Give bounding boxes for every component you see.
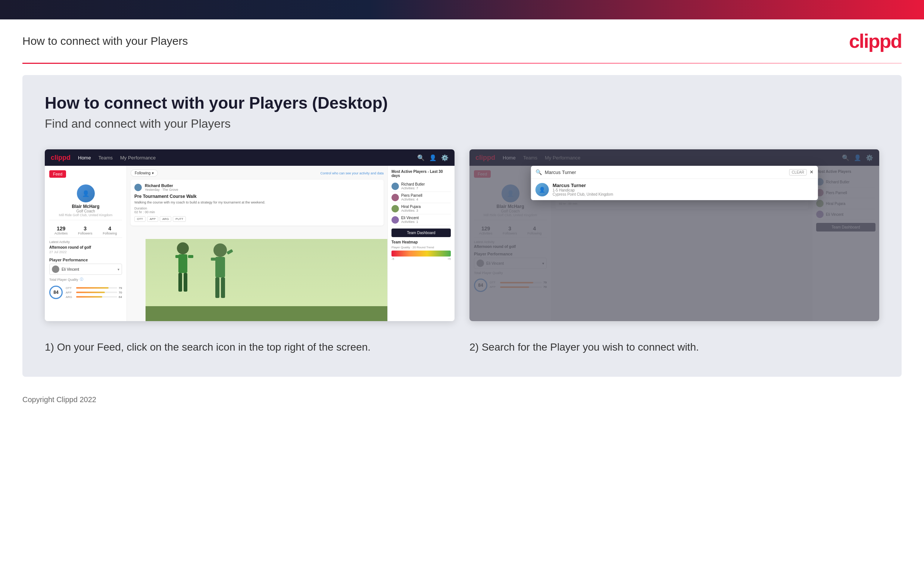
- search-input-text[interactable]: Marcus Turner: [545, 169, 786, 175]
- mock-nav-icons-1: 🔍 👤 ⚙️: [417, 154, 448, 161]
- svg-rect-5: [184, 273, 187, 292]
- player-item-2: Piers Parnell Activities: 4: [392, 192, 451, 203]
- total-quality-label: Total Player Quality ⓘ: [49, 277, 122, 282]
- bar-app: APP 70: [66, 291, 122, 294]
- screenshot-2: clippd Home Teams My Performance 🔍 👤 ⚙️ …: [469, 149, 879, 321]
- latest-activity-date: 27 Jul 2022: [49, 250, 122, 254]
- activity-title: Pre Tournament Course Walk: [134, 194, 380, 199]
- footer: Copyright Clippd 2022: [0, 388, 924, 411]
- player-info-4: Eli Vincent Activities: 1: [401, 216, 419, 224]
- latest-activity-label: Latest Activity: [49, 240, 122, 244]
- activity-tags: OTT APP ARG PUTT: [134, 216, 380, 222]
- svg-point-6: [214, 244, 227, 257]
- stat-followers: 3 Followers: [78, 226, 92, 235]
- heatmap-bar: [392, 250, 451, 257]
- control-link[interactable]: Control who can see your activity and da…: [320, 171, 384, 175]
- heatmap-labels: -5 +5: [392, 257, 451, 261]
- golfer-scene: [146, 239, 387, 321]
- player-avatar-1: [392, 183, 399, 190]
- header-divider: [23, 63, 901, 64]
- activity-header: Richard Butler Yesterday · The Grove: [134, 183, 380, 192]
- result-handicap: 1-5 Handicap: [553, 188, 613, 192]
- team-heatmap: Team Heatmap Player Quality · 20 Round T…: [392, 240, 451, 261]
- golfer-figures: [153, 241, 265, 308]
- profile-role: Golf Coach: [51, 209, 121, 213]
- result-avatar: 👤: [536, 183, 549, 196]
- player-item-1: Richard Butler Activities: 7: [392, 181, 451, 192]
- team-dashboard-button[interactable]: Team Dashboard: [392, 229, 451, 237]
- profile-club: Mill Ride Golf Club, United Kingdom: [51, 213, 121, 217]
- player-avatar-2: [392, 194, 399, 201]
- profile-icon[interactable]: 👤: [429, 154, 437, 161]
- tag-arg: ARG: [160, 216, 171, 222]
- svg-rect-10: [215, 278, 219, 298]
- copyright-text: Copyright Clippd 2022: [23, 395, 96, 404]
- player-item-3: Hiral Pujara Activities: 3: [392, 203, 451, 214]
- mock-nav-teams[interactable]: Teams: [99, 155, 113, 161]
- player-select-avatar: [52, 265, 59, 273]
- most-active-title: Most Active Players - Last 30 days: [392, 169, 451, 178]
- heatmap-max: +5: [447, 257, 451, 261]
- caption-2: 2) Search for the Player you wish to con…: [469, 340, 879, 354]
- main-subheading: Find and connect with your Players: [45, 117, 879, 131]
- search-bar-popup: 🔍 Marcus Turner CLEAR × 👤 Marcus Turner …: [531, 166, 818, 200]
- close-button[interactable]: ×: [810, 169, 813, 175]
- profile-name: Blair McHarg: [51, 204, 121, 209]
- mock-sidebar-1: Feed 👤 Blair McHarg Golf Coach Mill Ride…: [45, 166, 127, 321]
- player-avatar-3: [392, 205, 399, 213]
- activity-person-sub: Yesterday · The Grove: [145, 188, 178, 192]
- stat-following: 4 Following: [103, 226, 117, 235]
- settings-icon[interactable]: ⚙️: [441, 154, 448, 161]
- bar-arg: ARG 64: [66, 295, 122, 299]
- following-row: Following ▾ Control who can see your act…: [131, 169, 384, 177]
- screenshots-grid: clippd Home Teams My Performance 🔍 👤 ⚙️ …: [45, 149, 879, 321]
- player-info-3: Hiral Pujara Activities: 3: [401, 205, 421, 213]
- player-info-2: Piers Parnell Activities: 4: [401, 193, 422, 201]
- stats-row: 129 Activities 3 Followers 4 Following: [49, 223, 122, 238]
- mock-nav-home[interactable]: Home: [78, 155, 91, 161]
- search-result-item[interactable]: 👤 Marcus Turner 1-5 Handicap Cypress Poi…: [531, 179, 818, 200]
- activity-person: Richard Butler Yesterday · The Grove: [145, 183, 178, 192]
- heatmap-subtitle: Player Quality · 20 Round Trend: [392, 246, 451, 249]
- mock-app-2: clippd Home Teams My Performance 🔍 👤 ⚙️ …: [469, 149, 879, 321]
- mock-main-feed: Following ▾ Control who can see your act…: [127, 166, 387, 321]
- mock-nav-logo-1: clippd: [51, 154, 71, 162]
- tag-putt: PUTT: [173, 216, 186, 222]
- activity-person-name: Richard Butler: [145, 183, 178, 188]
- heatmap-title: Team Heatmap: [392, 240, 451, 244]
- activity-avatar: [134, 184, 142, 191]
- avatar: 👤: [77, 185, 95, 202]
- following-button[interactable]: Following ▾: [131, 169, 158, 177]
- player-select[interactable]: Eli Vincent ▾: [49, 264, 122, 275]
- result-info: Marcus Turner 1-5 Handicap Cypress Point…: [553, 183, 613, 196]
- svg-rect-9: [227, 249, 233, 255]
- latest-activity-value: Afternoon round of golf: [49, 245, 122, 249]
- chevron-down-icon: ▾: [118, 267, 120, 271]
- feed-tab[interactable]: Feed: [49, 170, 66, 178]
- result-name: Marcus Turner: [553, 183, 613, 188]
- score-section: 84 OTT 79 APP: [49, 284, 122, 300]
- search-input-row: 🔍 Marcus Turner CLEAR ×: [531, 166, 818, 179]
- tag-ott: OTT: [134, 216, 146, 222]
- logo: clippd: [849, 30, 901, 52]
- search-icon[interactable]: 🔍: [417, 154, 425, 161]
- svg-rect-4: [178, 273, 182, 292]
- ground: [146, 306, 387, 321]
- heatmap-min: -5: [392, 257, 394, 261]
- player-performance-label: Player Performance: [49, 258, 122, 262]
- mock-nav-performance[interactable]: My Performance: [120, 155, 155, 161]
- main-content: How to connect with your Players (Deskto…: [23, 75, 901, 377]
- result-club: Cypress Point Club, United Kingdom: [553, 192, 613, 196]
- tag-app: APP: [147, 216, 158, 222]
- stat-activities: 129 Activities: [55, 226, 68, 235]
- clear-button[interactable]: CLEAR: [789, 169, 807, 175]
- bar-ott: OTT 79: [66, 286, 122, 290]
- mock-app-1: clippd Home Teams My Performance 🔍 👤 ⚙️ …: [45, 149, 455, 321]
- player-select-name: Eli Vincent: [61, 267, 79, 271]
- activity-desc: Walking the course with my coach to buil…: [134, 201, 380, 204]
- caption-1: 1) On your Feed, click on the search ico…: [45, 340, 455, 354]
- captions-grid: 1) On your Feed, click on the search ico…: [45, 340, 879, 354]
- player-item-4: Eli Vincent Activities: 1: [392, 214, 451, 226]
- main-heading: How to connect with your Players (Deskto…: [45, 94, 879, 112]
- player-avatar-4: [392, 216, 399, 224]
